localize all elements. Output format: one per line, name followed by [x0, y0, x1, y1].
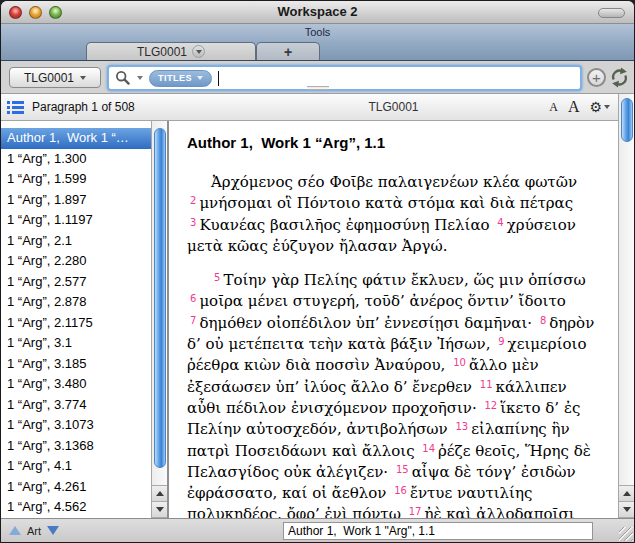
- line-number: 13: [456, 421, 469, 432]
- sidebar-scrollbar[interactable]: [151, 121, 167, 518]
- line-number: 16: [394, 485, 407, 496]
- greek-paragraph: Ἀρχόμενος σέο Φοῖβε παλαιγενέων κλέα φωτ…: [187, 172, 602, 257]
- list-item[interactable]: 1 “Arg”, 3.1368: [1, 436, 151, 457]
- window-title: Workspace 2: [1, 4, 634, 19]
- add-search-button[interactable]: +: [587, 68, 606, 87]
- scroll-down-button[interactable]: [152, 502, 167, 518]
- citation-heading: Author 1, Work 1 “Arg”, 1.1: [187, 134, 602, 151]
- decrease-font-button[interactable]: A: [549, 100, 558, 115]
- increase-font-button[interactable]: A: [568, 98, 580, 116]
- search-icon[interactable]: [115, 70, 131, 86]
- main-scrollbar[interactable]: [618, 94, 634, 518]
- search-input[interactable]: TITLES: [107, 65, 582, 91]
- line-number: 10: [453, 357, 466, 368]
- nav-label: Art: [27, 525, 41, 537]
- pane-splitter-handle[interactable]: [307, 86, 329, 91]
- tab-dropdown-icon[interactable]: [192, 45, 205, 58]
- list-item[interactable]: 1 “Arg”, 4.261: [1, 477, 151, 498]
- list-item[interactable]: 1 “Arg”, 3.1: [1, 333, 151, 354]
- sidebar-scroll-arrows: [152, 485, 167, 518]
- list-item[interactable]: 1 “Arg”, 3.1073: [1, 415, 151, 436]
- scroll-up-button[interactable]: [619, 486, 634, 502]
- nav-up-icon[interactable]: [9, 526, 21, 535]
- paragraph-list-icon[interactable]: [7, 101, 24, 114]
- line-number: 9: [498, 336, 504, 347]
- paragraph-count-label: Paragraph 1 of 508: [32, 100, 135, 114]
- search-row: TLG0001 TITLES +: [1, 61, 634, 94]
- search-options-chevron-icon[interactable]: [137, 76, 143, 80]
- line-number: 8: [540, 315, 546, 326]
- scroll-up-button[interactable]: [152, 486, 167, 502]
- content-area: Author 1, Work 1 “…1 “Arg”, 1.3001 “Arg”…: [1, 121, 634, 518]
- line-number: 3: [190, 217, 196, 228]
- greek-paragraph: 5Τοίην γὰρ Πελίης φάτιν ἔκλυεν, ὥς μιν ὀ…: [187, 270, 602, 518]
- workspace-window: Workspace 2 Tools TLG0001 + TLG0001 TITL: [0, 0, 635, 543]
- list-item[interactable]: 1 “Arg”, 2.280: [1, 251, 151, 272]
- corpus-scope-label: TLG0001: [24, 71, 74, 85]
- list-item[interactable]: 1 “Arg”, 3.185: [1, 354, 151, 375]
- scroll-down-button[interactable]: [619, 502, 634, 518]
- sidebar-scrollbar-thumb[interactable]: [154, 128, 166, 468]
- list-item[interactable]: 1 “Arg”, 4.1: [1, 456, 151, 477]
- list-item[interactable]: Author 1, Work 1 “…: [1, 128, 151, 149]
- line-number: 7: [190, 315, 196, 326]
- list-item[interactable]: 1 “Arg”, 4.562: [1, 497, 151, 518]
- list-item[interactable]: 1 “Arg”, 1.599: [1, 169, 151, 190]
- list-item[interactable]: 1 “Arg”, 3.774: [1, 395, 151, 416]
- line-number: 17: [409, 506, 422, 517]
- tab-label: TLG0001: [137, 45, 187, 59]
- line-number: 6: [190, 293, 196, 304]
- tab-tlg0001[interactable]: TLG0001: [86, 42, 256, 60]
- browse-nav: Art: [9, 519, 59, 542]
- new-tab-label: +: [284, 44, 292, 60]
- chevron-down-icon: [80, 76, 86, 80]
- action-menu-button[interactable]: ⚙: [589, 99, 610, 115]
- toolbar-toggle-button[interactable]: [598, 8, 625, 18]
- list-item[interactable]: 1 “Arg”, 2.1: [1, 231, 151, 252]
- list-item[interactable]: 1 “Arg”, 2.577: [1, 272, 151, 293]
- greek-text: Ἀρχόμενος σέο Φοῖβε παλαιγενέων κλέα φωτ…: [187, 172, 602, 518]
- list-item[interactable]: 1 “Arg”, 2.878: [1, 292, 151, 313]
- main-scrollbar-thumb[interactable]: [621, 98, 633, 142]
- tools-toolbar: Tools: [1, 24, 634, 41]
- line-number: 12: [484, 400, 497, 411]
- text-pane: Author 1, Work 1 “Arg”, 1.1 Ἀρχόμενος σέ…: [169, 121, 618, 518]
- nav-down-icon[interactable]: [47, 526, 59, 535]
- gear-chevron-icon: [604, 105, 610, 109]
- list-item[interactable]: 1 “Arg”, 2.1175: [1, 313, 151, 334]
- status-bar: Paragraph 1 of 508 TLG0001 A A ⚙: [1, 94, 618, 121]
- new-tab-button[interactable]: +: [256, 42, 320, 60]
- text-caret: [218, 71, 219, 86]
- line-number: 5: [214, 272, 220, 283]
- main-scroll-arrows: [619, 485, 634, 518]
- bottom-bar: Art: [1, 518, 634, 542]
- line-number: 14: [422, 443, 435, 454]
- convert-refresh-icon[interactable]: [608, 66, 631, 89]
- list-item[interactable]: 1 “Arg”, 1.1197: [1, 210, 151, 231]
- line-number: 2: [190, 195, 196, 206]
- token-chevron-icon: [197, 76, 203, 80]
- citation-input[interactable]: [283, 522, 593, 540]
- gear-icon: ⚙: [589, 99, 602, 115]
- tools-label: Tools: [305, 26, 331, 38]
- line-number: 4: [497, 217, 503, 228]
- title-bar[interactable]: Workspace 2: [1, 1, 634, 24]
- list-item[interactable]: 1 “Arg”, 1.897: [1, 190, 151, 211]
- list-item[interactable]: 1 “Arg”, 3.480: [1, 374, 151, 395]
- titles-token-label: TITLES: [158, 73, 192, 83]
- line-number: 15: [396, 464, 409, 475]
- tab-strip: TLG0001 +: [1, 41, 634, 61]
- list-item[interactable]: 1 “Arg”, 1.300: [1, 149, 151, 170]
- sidebar-list: Author 1, Work 1 “…1 “Arg”, 1.3001 “Arg”…: [1, 121, 151, 518]
- line-number: 11: [480, 379, 493, 390]
- resize-grip[interactable]: [619, 527, 633, 541]
- corpus-scope-button[interactable]: TLG0001: [9, 67, 101, 88]
- titles-filter-token[interactable]: TITLES: [149, 70, 212, 87]
